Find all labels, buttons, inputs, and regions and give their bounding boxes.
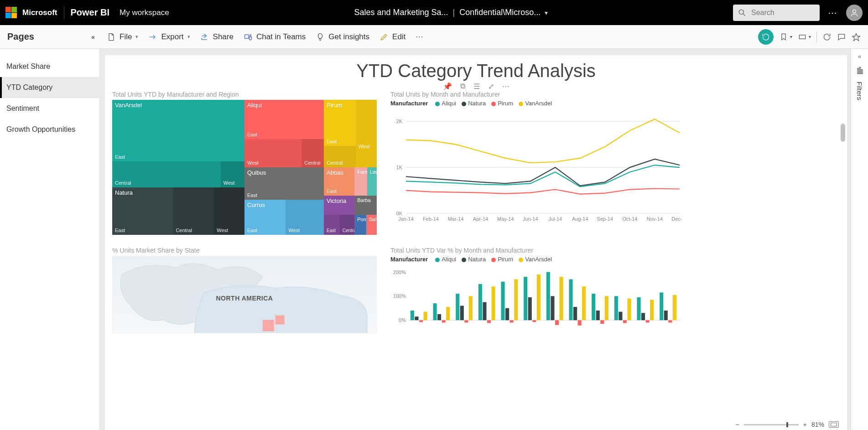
product-brand[interactable]: Power BI [71,7,110,18]
svg-rect-63 [578,320,582,326]
filters-label: Filters [856,82,863,100]
refresh-button[interactable] [822,32,832,41]
edit-button[interactable]: Edit [379,32,405,41]
line-legend: Manufacturer Aliqui Natura Pirum VanArsd… [390,100,682,107]
more-options-button[interactable]: ⋯ [828,7,838,18]
microsoft-logo: Microsoft [5,7,57,18]
microsoft-logo-icon [5,7,17,18]
comment-button[interactable] [837,32,846,41]
svg-text:0K: 0K [396,211,403,216]
svg-rect-47 [487,320,491,323]
legend-item[interactable]: Natura [468,256,486,263]
report-canvas[interactable]: YTD Category Trend Analysis 📌 ⧉ ☰ ⤢ ⋯ To… [105,55,847,430]
share-icon [200,32,209,41]
content-body: Market Share YTD Category Sentiment Grow… [0,49,868,430]
reset-icon [761,32,770,41]
scrollbar-thumb[interactable] [841,124,845,142]
command-bar-right: ▾ ▾ [758,29,868,45]
svg-text:100%: 100% [393,293,406,299]
report-name[interactable]: Sales and Marketing Sa... [354,8,448,17]
tm-region: East [247,228,257,233]
legend-item[interactable]: Aliqui [442,256,456,263]
comment-icon [837,32,846,41]
file-label: File [120,32,132,41]
more-commands[interactable]: ⋯ [416,32,424,41]
app-header: Microsoft Power BI My workspace Sales an… [0,0,868,25]
file-menu[interactable]: File ▾ [107,32,138,41]
treemap-visual[interactable]: Total Units YTD by Manufacturer and Regi… [112,91,377,235]
pin-icon[interactable]: 📌 [443,82,452,91]
page-market-share[interactable]: Market Share [0,56,99,77]
map-visual[interactable]: % Units Market Share by State NORTH AMER… [112,247,377,335]
workspace-breadcrumb[interactable]: My workspace [120,8,169,17]
legend-item[interactable]: Aliqui [442,100,456,107]
legend-item[interactable]: Pirum [498,256,513,263]
tm-abbas: Abbas [327,169,343,176]
svg-text:Jun-14: Jun-14 [523,216,538,222]
svg-rect-82 [859,67,861,74]
favorite-button[interactable] [852,32,861,41]
legend-item[interactable]: Natura [468,100,486,107]
legend-item[interactable]: VanArsdel [525,256,552,263]
svg-rect-75 [646,320,650,322]
expand-filters-icon[interactable]: « [858,53,861,60]
filter-icon[interactable]: ☰ [473,82,480,91]
tm-barba: Barba [357,197,370,203]
svg-rect-28 [275,316,285,325]
svg-point-0 [739,10,743,14]
zoom-slider[interactable] [744,424,799,425]
focus-mode-icon[interactable]: ⤢ [488,82,494,91]
share-button[interactable]: Share [200,32,234,41]
share-label: Share [213,32,234,41]
zoom-in-button[interactable]: + [803,421,807,428]
global-search[interactable] [733,5,820,21]
pages-pane: Market Share YTD Category Sentiment Grow… [0,49,99,430]
reset-button[interactable] [758,29,774,45]
tm-region: Central [176,228,192,233]
svg-text:Feb-14: Feb-14 [423,216,439,222]
svg-rect-46 [483,302,486,321]
tm-leo: Leo [370,169,377,175]
collapse-pages-icon[interactable]: « [91,33,95,41]
bookmark-dropdown[interactable]: ▾ [779,32,792,41]
tm-region: West [223,180,235,186]
filters-pane-collapsed[interactable]: « Filters [851,49,868,430]
account-avatar[interactable] [846,5,863,21]
svg-rect-5 [244,35,248,38]
chat-teams-button[interactable]: Chat in Teams [244,32,306,41]
export-menu[interactable]: Export ▾ [148,32,190,41]
dot-icon [435,102,440,106]
page-sentiment[interactable]: Sentiment [0,98,99,119]
svg-rect-62 [573,307,577,320]
filters-icon [855,66,864,75]
line-chart-visual[interactable]: Total Units by Month and Manufacturer Ma… [390,91,682,235]
svg-rect-49 [501,282,504,320]
legend-item[interactable]: VanArsdel [525,100,552,107]
teams-icon [244,32,253,41]
svg-rect-55 [532,320,536,322]
page-growth-opportunities[interactable]: Growth Opportunities [0,119,99,140]
view-dropdown[interactable]: ▾ [798,32,811,41]
svg-rect-60 [559,277,563,320]
svg-rect-56 [537,275,541,320]
svg-rect-59 [555,320,559,325]
svg-rect-38 [437,314,441,320]
zoom-out-button[interactable]: − [736,421,739,428]
export-label: Export [161,32,183,41]
more-icon[interactable]: ⋯ [502,82,509,91]
svg-rect-78 [664,311,668,320]
dot-icon [519,102,523,106]
search-icon [738,8,747,17]
svg-rect-43 [464,320,468,322]
sensitivity-label[interactable]: Confidential\Microso... ▾ [459,8,548,17]
line-chart-plot: 0K1K2KJan-14Feb-14Mar-14Apr-14May-14Jun-… [390,109,682,223]
legend-item[interactable]: Pirum [498,100,513,107]
get-insights-button[interactable]: Get insights [316,32,369,41]
bar-chart-visual[interactable]: Total Units YTD Var % by Month and Manuf… [390,247,682,335]
command-bar: Pages « File ▾ Export ▾ Share Chat in Te… [0,25,868,49]
fit-to-page-icon[interactable] [829,421,839,428]
search-input[interactable] [751,9,806,17]
svg-text:Dec-14: Dec-14 [671,216,682,222]
copy-icon[interactable]: ⧉ [460,82,465,91]
page-ytd-category[interactable]: YTD Category [0,77,99,98]
